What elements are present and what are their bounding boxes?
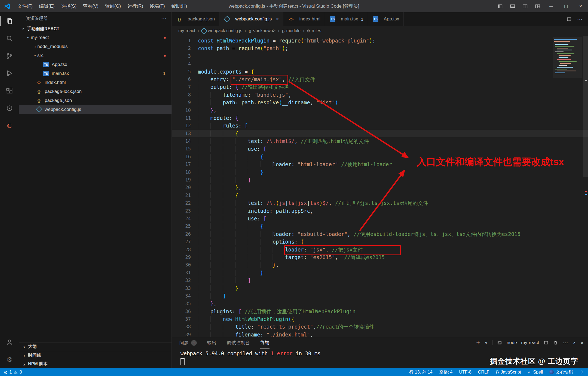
npm-scripts-section[interactable]: › NPM 脚本	[19, 360, 171, 368]
code-line[interactable]: 1const HtmlWebPackPlugin = require("html…	[172, 37, 588, 44]
code-line[interactable]: 27 options: {	[172, 238, 588, 245]
code-line[interactable]: 9 path: path.resolve(__dirname, "dist")	[172, 99, 588, 106]
code-line[interactable]: 8 filename: "bundle.js",	[172, 91, 588, 99]
menu-view[interactable]: 查看(V)	[80, 0, 102, 12]
maximize-button[interactable]: □	[559, 0, 573, 12]
terminal-dropdown-icon[interactable]: ∨	[485, 340, 488, 345]
tree-item-my-react[interactable]: › my-react ●	[19, 33, 171, 42]
tree-item-node-modules[interactable]: › node_modules	[19, 42, 171, 51]
settings-gear-icon[interactable]: ⚙	[0, 351, 19, 368]
code-line[interactable]: 23 include: path.appSrc,	[172, 207, 588, 215]
language-status[interactable]: {} JavaScript	[496, 370, 521, 375]
kill-terminal-icon[interactable]	[553, 340, 558, 345]
code-line[interactable]: 4	[172, 60, 588, 68]
tab-terminal[interactable]: 终端	[260, 337, 270, 348]
tree-item-main-tsx[interactable]: TS main.tsx 1	[19, 69, 171, 78]
search-icon[interactable]	[0, 30, 19, 47]
tree-item-app-tsx[interactable]: TS App.tsx	[19, 60, 171, 69]
timeline-section[interactable]: › 时间线	[19, 351, 171, 360]
tree-item-package-lock-json[interactable]: {} package-lock.json	[19, 87, 171, 96]
code-line[interactable]: 32 ]	[172, 277, 588, 284]
terminal-profile-label[interactable]: node - my-react	[507, 340, 539, 345]
code-line[interactable]: 38 title: "react-ts-project",//react的一个转…	[172, 323, 588, 330]
code-line[interactable]: 19 ]	[172, 176, 588, 184]
tab-app-tsx[interactable]: TS App.tsx	[368, 12, 404, 26]
tree-item-package-json[interactable]: {} package.json	[19, 96, 171, 105]
code-line[interactable]: 30 },	[172, 261, 588, 269]
menu-go[interactable]: 转到(G)	[102, 0, 124, 12]
maximize-panel-icon[interactable]: ∧	[573, 340, 576, 345]
remote-explorer-icon[interactable]	[0, 99, 19, 117]
code-line[interactable]: 37 new HtmlWebPackPlugin({	[172, 315, 588, 323]
code-line[interactable]: 35 },	[172, 300, 588, 307]
code-line[interactable]: 24 use: [	[172, 215, 588, 222]
explorer-icon[interactable]	[0, 12, 19, 30]
indentation-status[interactable]: 空格: 4	[439, 369, 453, 375]
toggle-sidebar-icon[interactable]	[494, 0, 506, 12]
tab-problems[interactable]: 问题 1	[179, 337, 197, 348]
code-line[interactable]: 2const path = require("path");	[172, 44, 588, 52]
menu-help[interactable]: 帮助(H)	[168, 0, 191, 12]
comate-status[interactable]: 文心快码	[549, 369, 573, 375]
code-line[interactable]: 25 {	[172, 222, 588, 230]
breadcrumb-folder[interactable]: my-react	[178, 28, 195, 33]
tab-index-html[interactable]: <> index.html	[283, 12, 325, 26]
code-line[interactable]: 31 }	[172, 269, 588, 277]
minimap[interactable]	[553, 37, 582, 81]
code-line[interactable]: 20 },	[172, 184, 588, 191]
code-line[interactable]: 3	[172, 52, 588, 60]
toggle-secondary-sidebar-icon[interactable]	[519, 0, 531, 12]
code-line[interactable]: 15 use: [	[172, 145, 588, 153]
code-line[interactable]: 34 ]	[172, 292, 588, 300]
tree-item-src[interactable]: › src ●	[19, 51, 171, 60]
split-editor-icon[interactable]	[566, 17, 572, 22]
account-icon[interactable]	[0, 333, 19, 351]
code-line[interactable]: 22 test: /\.(js|ts|jsx|tsx)$/, //正则匹配js.…	[172, 199, 588, 207]
menu-file[interactable]: 文件(F)	[14, 0, 36, 12]
spell-status[interactable]: ✓ Spell	[528, 370, 543, 375]
run-debug-icon[interactable]	[0, 65, 19, 82]
explorer-more-actions-icon[interactable]: ⋯	[161, 15, 167, 22]
minimize-button[interactable]: ─	[544, 0, 559, 12]
code-line[interactable]: 12 rules: [	[172, 122, 588, 129]
close-panel-icon[interactable]: ×	[580, 340, 584, 346]
menu-selection[interactable]: 选择(S)	[58, 0, 80, 12]
outline-section[interactable]: › 大纲	[19, 342, 171, 351]
code-editor[interactable]: 1const HtmlWebPackPlugin = require("html…	[172, 36, 588, 337]
workspace-section-header[interactable]: › 手动创建REACT	[19, 25, 171, 33]
code-line[interactable]: 18 }	[172, 168, 588, 176]
errors-status[interactable]: ⊘ 1 ⚠ 0	[4, 370, 22, 375]
code-line[interactable]: 33 }	[172, 284, 588, 292]
source-control-icon[interactable]	[0, 47, 19, 65]
toggle-panel-icon[interactable]	[506, 0, 519, 12]
breadcrumb-symbol-module[interactable]: {}module	[282, 28, 301, 33]
code-line[interactable]: 13 {	[172, 130, 588, 137]
tab-package-json[interactable]: {} package.json	[172, 12, 219, 26]
code-line[interactable]: 39 filename: "./index.html",	[172, 331, 588, 337]
breadcrumb-symbol-unknown[interactable]: {}<unknown>	[249, 28, 275, 33]
close-window-button[interactable]: ×	[573, 0, 588, 12]
code-line[interactable]: 5module.exports = {	[172, 68, 588, 75]
code-line[interactable]: 10 },	[172, 107, 588, 114]
c-extension-icon[interactable]: C	[0, 117, 19, 134]
tab-output[interactable]: 输出	[207, 337, 216, 348]
terminal-output[interactable]: webpack 5.94.0 compiled with 1 error in …	[172, 348, 588, 356]
code-line[interactable]: 21 {	[172, 192, 588, 199]
menu-run[interactable]: 运行(R)	[124, 0, 146, 12]
editor-scrollbar[interactable]	[583, 36, 588, 177]
tree-item-webpack-config-js[interactable]: webpack.config.js	[19, 105, 171, 114]
code-line[interactable]: 11 module: {	[172, 114, 588, 122]
panel-more-actions-icon[interactable]: ⋯	[563, 339, 568, 346]
extensions-icon[interactable]	[0, 82, 19, 99]
breadcrumb-file[interactable]: webpack.config.js	[202, 28, 242, 33]
customize-layout-icon[interactable]	[531, 0, 544, 12]
cursor-position-status[interactable]: 行 13, 列 14	[409, 369, 432, 375]
code-line[interactable]: 14 test: /\.html$/, //正则匹配.html结尾的文件	[172, 137, 588, 145]
tab-webpack-config-js[interactable]: webpack.config.js ×	[219, 12, 283, 26]
tree-item-index-html[interactable]: <> index.html	[19, 78, 171, 87]
encoding-status[interactable]: UTF-8	[459, 370, 471, 375]
split-terminal-icon[interactable]	[544, 340, 549, 345]
code-line[interactable]: 36 plugins: [ //使用插件，这里使用了HtmlWebPackPlu…	[172, 308, 588, 315]
new-terminal-icon[interactable]: +	[476, 340, 480, 345]
eol-status[interactable]: CRLF	[478, 370, 489, 375]
